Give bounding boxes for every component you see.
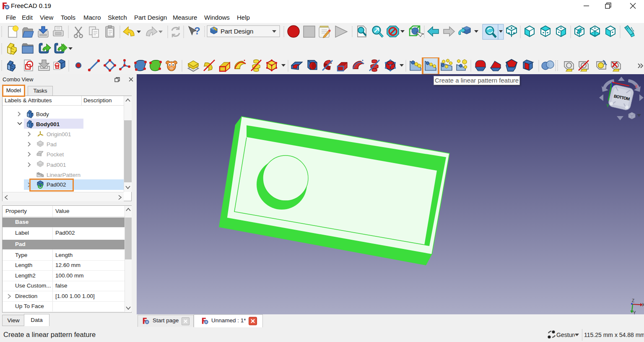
- svg-text:Y: Y: [606, 103, 610, 108]
- svg-text:Part Design: Part Design: [221, 28, 253, 35]
- svg-text:X: X: [635, 84, 638, 89]
- svg-text:X: X: [642, 303, 644, 307]
- svg-text:?: ?: [194, 25, 200, 36]
- svg-text:Z: Z: [632, 298, 634, 303]
- svg-text:Y: Y: [633, 311, 636, 314]
